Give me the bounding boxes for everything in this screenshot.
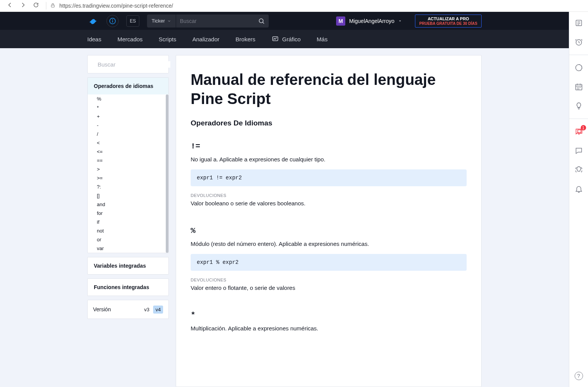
version-switcher: Versión v3 v4 [87, 300, 169, 319]
main-nav: Ideas Mercados Scripts Analizador Broker… [0, 30, 569, 48]
sidebar-op-item[interactable]: > [88, 165, 168, 174]
sidebar-search-input[interactable] [98, 61, 170, 68]
version-v4[interactable]: v4 [153, 306, 163, 314]
calendar-icon[interactable] [575, 83, 583, 91]
search-icon [258, 18, 265, 24]
operator-symbol: != [191, 142, 467, 151]
version-label: Versión [93, 306, 111, 312]
sidebar-op-item[interactable]: < [88, 138, 168, 147]
divider [46, 2, 46, 10]
doc-content: Manual de referencia del lenguaje Pine S… [176, 55, 482, 387]
svg-rect-0 [51, 5, 54, 7]
svg-rect-5 [273, 37, 278, 41]
reload-button[interactable] [33, 2, 39, 10]
operator-description: Multiplicación. Aplicable a expresiones … [191, 325, 467, 332]
operator-symbol: % [191, 226, 467, 235]
nav-analizador[interactable]: Analizador [192, 36, 219, 42]
sidebar-operators-list[interactable]: % * + - / < <= == > >= ?: [] and for [88, 94, 168, 253]
chevron-down-icon [167, 19, 171, 23]
chat-badge: 1 [581, 125, 586, 130]
operator-description: Módulo (resto del número entero). Aplica… [191, 241, 467, 247]
chart-icon [271, 36, 279, 42]
svg-point-17 [577, 87, 577, 88]
forward-button[interactable] [20, 2, 26, 10]
svg-point-4 [259, 19, 263, 23]
nav-ideas[interactable]: Ideas [87, 36, 101, 42]
sidebar-section-operators[interactable]: Operadores de idiomas [88, 78, 168, 94]
browser-toolbar [0, 0, 588, 12]
returns-text: Valor booleano o serie de valores boolea… [191, 200, 467, 207]
page-title: Manual de referencia del lenguaje Pine S… [191, 70, 467, 108]
alerts-clock-icon[interactable] [575, 38, 583, 46]
sidebar-op-item[interactable]: + [88, 112, 168, 121]
top-header: ES Ticker M MiguelAngelArroyo [0, 12, 569, 30]
avatar: M [336, 16, 345, 26]
operator-entry: % Módulo (resto del número entero). Apli… [191, 226, 467, 291]
top-search-input[interactable] [180, 18, 258, 24]
svg-point-3 [113, 19, 113, 20]
section-title: Operadores De Idiomas [191, 119, 467, 127]
sidebar-section-functions[interactable]: Funciones integradas [88, 279, 168, 296]
hotlist-icon[interactable] [575, 63, 583, 72]
sidebar-op-item[interactable]: var [88, 244, 168, 253]
info-icon[interactable] [106, 15, 119, 27]
sidebar-op-item[interactable]: not [88, 226, 168, 235]
operator-entry: * Multiplicación. Aplicable a expresione… [191, 311, 467, 332]
operator-entry: != No igual a. Aplicable a expresiones d… [191, 142, 467, 207]
nav-mas[interactable]: Más [317, 36, 327, 42]
operator-description: No igual a. Aplicable a expresiones de c… [191, 156, 467, 163]
help-button[interactable]: ? [575, 372, 583, 380]
notifications-bell-icon[interactable] [575, 185, 583, 193]
username: MiguelAngelArroyo [349, 18, 394, 24]
lock-icon [50, 3, 56, 9]
operator-symbol: * [191, 311, 467, 320]
sidebar-op-item[interactable]: - [88, 121, 168, 130]
user-menu[interactable]: M MiguelAngelArroyo [336, 16, 402, 26]
divider [569, 119, 588, 119]
public-chat-icon[interactable] [575, 146, 583, 155]
sidebar-search[interactable] [87, 55, 169, 73]
code-sample: expr1 % expr2 [191, 254, 467, 271]
ticker-dropdown[interactable]: Ticker [147, 15, 176, 28]
svg-point-18 [578, 87, 579, 88]
streams-icon[interactable] [575, 166, 583, 174]
sidebar-op-item[interactable]: <= [88, 147, 168, 156]
url-input[interactable] [59, 3, 581, 9]
sidebar-op-item[interactable]: or [88, 235, 168, 244]
returns-text: Valor entero o flotante, o serie de valo… [191, 285, 467, 291]
sidebar-op-item[interactable]: [] [88, 191, 168, 200]
returns-label: DEVOLUCIONES [191, 278, 467, 282]
nav-grafico[interactable]: Gráfico [271, 36, 301, 42]
sidebar-section-variables[interactable]: Variables integradas [88, 257, 168, 274]
tradingview-logo-icon[interactable] [87, 16, 99, 26]
sidebar-op-item[interactable]: * [88, 103, 168, 112]
nav-brokers[interactable]: Brokers [235, 36, 255, 42]
sidebar-op-item[interactable]: and [88, 200, 168, 209]
svg-point-21 [578, 89, 579, 89]
svg-point-20 [577, 89, 577, 89]
nav-scripts[interactable]: Scripts [159, 36, 176, 42]
sidebar-op-item[interactable]: if [88, 218, 168, 226]
returns-label: DEVOLUCIONES [191, 193, 467, 198]
language-button[interactable]: ES [126, 15, 139, 27]
nav-mercados[interactable]: Mercados [118, 36, 143, 42]
caret-down-icon [398, 18, 402, 24]
back-button[interactable] [7, 2, 13, 10]
sidebar-op-item[interactable]: == [88, 156, 168, 165]
sidebar-op-item[interactable]: for [88, 209, 168, 218]
version-v3[interactable]: v3 [142, 306, 152, 314]
svg-point-19 [580, 87, 580, 88]
divider [569, 55, 588, 55]
idea-bulb-icon[interactable] [575, 102, 583, 110]
watchlist-icon[interactable] [575, 19, 583, 27]
private-chat-icon[interactable]: 1 [575, 127, 583, 136]
sidebar-op-item[interactable]: >= [88, 174, 168, 182]
sidebar-op-item[interactable]: % [88, 94, 168, 103]
right-tool-rail: 1 ? [569, 12, 588, 387]
sidebar-op-item[interactable]: ?: [88, 182, 168, 191]
sidebar-op-item[interactable]: / [88, 130, 168, 138]
upgrade-button[interactable]: ACTUALIZAR A PRO PRUEBA GRATUITA DE 30 D… [415, 15, 482, 28]
code-sample: expr1 != expr2 [191, 169, 467, 186]
